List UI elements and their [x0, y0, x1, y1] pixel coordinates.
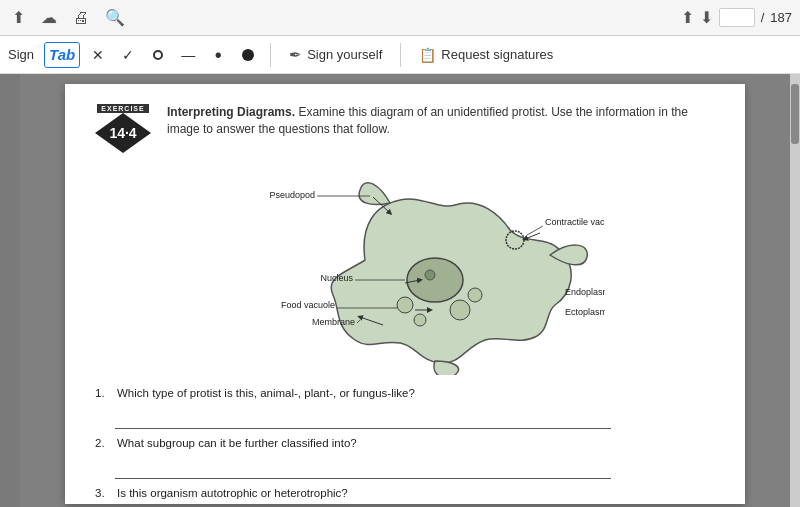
main-area: EXERCISE 14·4 Interpreting Diagrams. Exa… [0, 74, 800, 507]
request-signatures-icon: 📋 [419, 47, 436, 63]
document-page: EXERCISE 14·4 Interpreting Diagrams. Exa… [65, 84, 745, 504]
svg-text:Food vacuole: Food vacuole [281, 300, 335, 310]
print-icon[interactable]: 🖨 [69, 7, 93, 29]
diamond-shape: 14·4 [95, 113, 151, 153]
zoom-icon[interactable]: 🔍 [101, 6, 129, 29]
question-1-text: Which type of protist is this, animal-, … [117, 387, 415, 399]
svg-text:Contractile vacuole: Contractile vacuole [545, 217, 605, 227]
question-2-text: What subgroup can it be further classifi… [117, 437, 357, 449]
svg-point-0 [407, 258, 463, 302]
page-down-arrow[interactable]: ⬇ [700, 8, 713, 27]
page-navigation: ⬆ ⬇ 109 / 187 [681, 8, 792, 27]
sign-yourself-button[interactable]: ✒ Sign yourself [281, 43, 390, 67]
question-3-number: 3. [95, 487, 111, 499]
dash-tool-button[interactable]: — [176, 42, 200, 68]
exercise-title: Interpreting Diagrams. Examine this diag… [167, 104, 715, 138]
question-2-number: 2. [95, 437, 111, 449]
page-total: 187 [770, 10, 792, 25]
svg-point-4 [397, 297, 413, 313]
svg-text:Ectoplasm: Ectoplasm [565, 307, 605, 317]
filled-circle-icon [242, 49, 254, 61]
toolbar-annotation: Sign Tab ✕ ✓ — • ✒ Sign yourself 📋 Reque… [0, 36, 800, 74]
questions-section: 1. Which type of protist is this, animal… [95, 387, 715, 499]
page-number-input[interactable]: 109 [719, 8, 755, 27]
check-tool-button[interactable]: ✓ [116, 42, 140, 68]
exercise-label: EXERCISE [97, 104, 148, 113]
filled-dot-button[interactable] [236, 42, 260, 68]
question-2: 2. What subgroup can it be further class… [95, 437, 715, 449]
dot-tool-button[interactable]: • [206, 42, 230, 68]
svg-point-2 [450, 300, 470, 320]
svg-line-8 [525, 233, 540, 239]
svg-text:Pseudopod: Pseudopod [269, 190, 315, 200]
question-3-text: Is this organism autotrophic or heterotr… [117, 487, 348, 499]
sign-yourself-label: Sign yourself [307, 47, 382, 62]
question-1-number: 1. [95, 387, 111, 399]
question-3: 3. Is this organism autotrophic or heter… [95, 487, 715, 499]
request-signatures-button[interactable]: 📋 Request signatures [411, 44, 561, 66]
svg-text:Nucleus: Nucleus [320, 273, 353, 283]
right-scrollbar[interactable] [790, 74, 800, 507]
exercise-title-bold: Interpreting Diagrams. [167, 105, 295, 119]
top-toolbar-icons: ⬆ ☁ 🖨 🔍 [8, 6, 129, 29]
svg-point-1 [425, 270, 435, 280]
circle-outline-icon [153, 50, 163, 60]
svg-point-3 [468, 288, 482, 302]
document-area: EXERCISE 14·4 Interpreting Diagrams. Exa… [20, 74, 790, 507]
cross-tool-button[interactable]: ✕ [86, 42, 110, 68]
page-up-arrow[interactable]: ⬆ [681, 8, 694, 27]
scrollbar-thumb[interactable] [791, 84, 799, 144]
exercise-number: 14·4 [109, 125, 136, 141]
sign-label: Sign [8, 47, 38, 62]
exercise-header: EXERCISE 14·4 Interpreting Diagrams. Exa… [95, 104, 715, 153]
question-1-line [115, 411, 611, 429]
svg-text:Membrane: Membrane [312, 317, 355, 327]
exercise-description: Interpreting Diagrams. Examine this diag… [167, 104, 715, 138]
text-tool-button[interactable]: Tab [44, 42, 80, 68]
svg-line-15 [527, 226, 543, 235]
question-1: 1. Which type of protist is this, animal… [95, 387, 715, 399]
toolbar-top: ⬆ ☁ 🖨 🔍 ⬆ ⬇ 109 / 187 [0, 0, 800, 36]
diagram-area: Pseudopod Contractile vacuole Food vacuo… [95, 165, 715, 375]
exercise-badge: EXERCISE 14·4 [95, 104, 151, 153]
svg-text:Endoplasm: Endoplasm [565, 287, 605, 297]
sign-yourself-icon: ✒ [289, 46, 302, 64]
toolbar-divider-1 [270, 43, 271, 67]
request-signatures-label: Request signatures [441, 47, 553, 62]
circle-tool-button[interactable] [146, 42, 170, 68]
page-separator: / [761, 10, 765, 25]
toolbar-divider-2 [400, 43, 401, 67]
amoeba-diagram: Pseudopod Contractile vacuole Food vacuo… [205, 165, 605, 375]
question-2-line [115, 461, 611, 479]
left-sidebar [0, 74, 20, 507]
cloud-icon[interactable]: ☁ [37, 6, 61, 29]
svg-point-5 [414, 314, 426, 326]
upload-icon[interactable]: ⬆ [8, 6, 29, 29]
